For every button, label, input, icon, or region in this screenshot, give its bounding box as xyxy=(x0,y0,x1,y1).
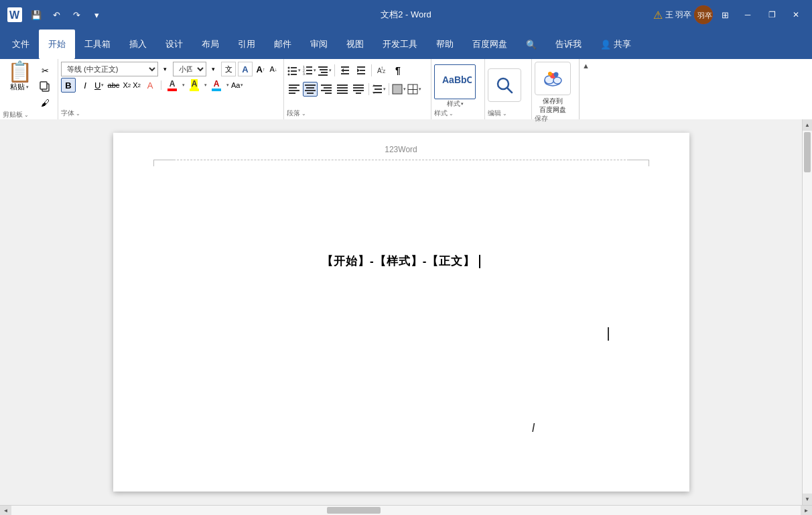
cut-button[interactable]: ✂ xyxy=(36,63,54,78)
horizontal-scrollbar[interactable]: ◄ ► xyxy=(0,505,812,515)
numbering-button[interactable]: 1.2.3. ▾ xyxy=(302,65,316,76)
menu-toolbox[interactable]: 工具箱 xyxy=(75,30,120,59)
qat-undo-button[interactable]: ↶ xyxy=(47,5,66,24)
change-case-button[interactable]: Aa▾ xyxy=(231,81,243,89)
format-painter-button[interactable]: 🖌 xyxy=(36,95,54,110)
scroll-track-v[interactable] xyxy=(803,131,812,494)
search-button[interactable] xyxy=(488,68,521,102)
superscript-button[interactable]: X2 xyxy=(133,81,141,89)
svg-rect-52 xyxy=(356,93,361,94)
save-controls: 保存到 百度网盘 xyxy=(535,59,571,114)
menu-file[interactable]: 文件 xyxy=(3,30,39,59)
vertical-scrollbar[interactable]: ▲ ▼ xyxy=(802,119,812,505)
align-left-button[interactable] xyxy=(287,82,301,97)
font-color-dropdown[interactable]: ▾ xyxy=(182,82,185,88)
svg-rect-7 xyxy=(291,67,297,68)
scroll-track-h[interactable] xyxy=(11,506,801,515)
sort-button[interactable]: AZ↕ xyxy=(375,63,389,78)
menu-share[interactable]: 👤 共享 xyxy=(591,30,640,59)
highlight-dropdown[interactable]: ▾ xyxy=(204,82,207,88)
bold-button[interactable]: B xyxy=(61,78,76,93)
menu-tell-me[interactable]: 告诉我 xyxy=(546,30,591,59)
text-highlight-button[interactable]: A xyxy=(187,79,202,91)
save-to-baidu-button[interactable] xyxy=(535,62,571,95)
font-grow-button[interactable]: A xyxy=(238,62,253,76)
style-preview-box[interactable]: AaBbCc xyxy=(434,64,476,99)
group-editing: 编辑 ⌄ xyxy=(485,59,532,119)
menu-insert[interactable]: 插入 xyxy=(120,30,156,59)
underline-button-group[interactable]: U ▾ xyxy=(94,80,104,91)
shading-button[interactable]: A xyxy=(209,79,224,91)
font-size-select[interactable]: 小四 xyxy=(173,62,206,76)
styles-more-button[interactable]: 样式 ▾ xyxy=(447,99,464,109)
paragraph-expand-icon[interactable]: ⌄ xyxy=(301,111,306,117)
multilevel-button[interactable]: ▾ xyxy=(318,65,332,76)
italic-button[interactable]: I xyxy=(78,78,92,93)
scroll-thumb-v[interactable] xyxy=(804,132,811,172)
font-name-dropdown[interactable]: ▾ xyxy=(159,62,171,76)
borders-button[interactable]: ▾ xyxy=(407,84,421,95)
ribbon-collapse-button[interactable]: ▲ xyxy=(579,59,592,119)
subscript-superscript[interactable]: X2 xyxy=(123,81,131,89)
menu-mailing[interactable]: 邮件 xyxy=(265,30,301,59)
scroll-right-button[interactable]: ► xyxy=(801,506,812,515)
document-viewport[interactable]: 123Word 【开始】-【样式】-【正文】 I xyxy=(0,119,802,505)
line-spacing-button[interactable]: ▾ xyxy=(372,84,386,95)
scroll-up-button[interactable]: ▲ xyxy=(803,119,812,131)
scroll-down-button[interactable]: ▼ xyxy=(803,494,812,505)
align-center-button[interactable] xyxy=(303,82,318,97)
qat-save-button[interactable]: 💾 xyxy=(27,5,46,24)
menu-developer[interactable]: 开发工具 xyxy=(373,30,427,59)
document-content-area[interactable]: 【开始】-【样式】-【正文】 xyxy=(167,253,636,269)
align-right-button[interactable] xyxy=(319,82,334,97)
menu-search-icon[interactable]: 🔍 xyxy=(517,30,546,59)
document-paper[interactable]: 123Word 【开始】-【样式】-【正文】 I xyxy=(113,133,689,492)
editing-expand-icon[interactable]: ⌄ xyxy=(502,111,507,117)
document-text-line[interactable]: 【开始】-【样式】-【正文】 xyxy=(167,253,636,269)
justify-button[interactable] xyxy=(335,82,350,97)
distributed-button[interactable] xyxy=(351,82,366,97)
paste-dropdown-arrow[interactable]: ▾ xyxy=(26,84,29,90)
strikethrough-button[interactable]: abc xyxy=(106,78,121,93)
svg-rect-23 xyxy=(341,66,349,68)
minimize-button[interactable]: ─ xyxy=(737,5,758,24)
menu-home[interactable]: 开始 xyxy=(39,30,75,59)
shading-dropdown[interactable]: ▾ xyxy=(226,82,229,88)
restore-button[interactable]: ❐ xyxy=(761,5,783,24)
menu-layout[interactable]: 布局 xyxy=(192,30,228,59)
wren-button[interactable]: 文 xyxy=(221,62,236,76)
user-avatar[interactable]: 羽卒 xyxy=(694,5,713,24)
doc-main-area: 123Word 【开始】-【样式】-【正文】 I xyxy=(0,119,812,515)
font-color-button[interactable]: A xyxy=(165,79,180,91)
font-size-decrease-button[interactable]: A↓ xyxy=(267,63,279,75)
styles-expand-icon[interactable]: ⌄ xyxy=(449,111,454,117)
font-expand-icon[interactable]: ⌄ xyxy=(76,111,80,117)
scroll-thumb-h[interactable] xyxy=(327,507,381,514)
copy-button[interactable] xyxy=(36,79,54,94)
font-size-dropdown[interactable]: ▾ xyxy=(207,62,219,76)
clear-format-button[interactable]: A xyxy=(143,78,157,93)
close-button[interactable]: ✕ xyxy=(785,5,807,24)
scroll-left-button[interactable]: ◄ xyxy=(0,506,11,515)
menu-references[interactable]: 引用 xyxy=(228,30,265,59)
shading-para-button[interactable]: ▾ xyxy=(392,84,406,95)
menu-design[interactable]: 设计 xyxy=(156,30,192,59)
qat-redo-button[interactable]: ↷ xyxy=(67,5,86,24)
menu-help[interactable]: 帮助 xyxy=(427,30,463,59)
font-size-increase-button[interactable]: A↑ xyxy=(255,63,267,75)
menu-view[interactable]: 视图 xyxy=(337,30,373,59)
qat-more-button[interactable]: ▾ xyxy=(87,5,106,24)
ribbon-display-button[interactable]: ⊞ xyxy=(716,5,734,24)
svg-point-69 xyxy=(548,72,552,76)
show-marks-button[interactable]: ¶ xyxy=(391,63,405,78)
font-name-select[interactable]: 等线 (中文正文) xyxy=(61,62,158,76)
clipboard-expand-icon[interactable]: ⌄ xyxy=(24,112,29,118)
font-row1: 等线 (中文正文) ▾ 小四 ▾ 文 A A↑ A↓ xyxy=(61,62,279,76)
increase-indent-button[interactable] xyxy=(354,63,368,78)
bullets-button[interactable]: ▾ xyxy=(287,65,301,76)
paste-button[interactable]: 📋 粘贴 ▾ xyxy=(3,59,36,95)
decrease-indent-button[interactable] xyxy=(338,63,352,78)
paragraph-controls: ▾ 1.2.3. ▾ ▾ xyxy=(287,59,421,98)
menu-review[interactable]: 审阅 xyxy=(301,30,337,59)
menu-baidu[interactable]: 百度网盘 xyxy=(463,30,517,59)
